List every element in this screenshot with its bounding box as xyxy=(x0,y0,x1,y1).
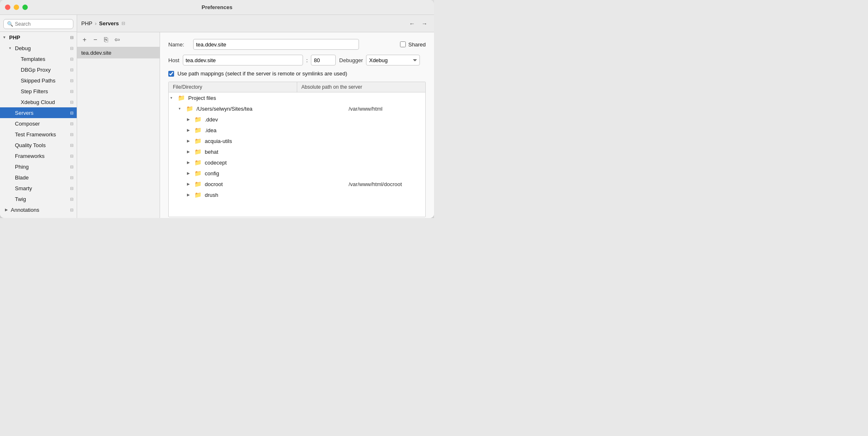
sidebar-item-dbgp-proxy[interactable]: DBGp Proxy ⊟ xyxy=(0,64,77,75)
shared-label: Shared xyxy=(408,41,426,48)
server-detail: Name: Shared Host : Debugger xyxy=(160,32,434,218)
sidebar-item-templates[interactable]: Templates ⊟ xyxy=(0,53,77,64)
name-input[interactable] xyxy=(193,39,359,50)
right-panel: PHP › Servers ⊟ ← → + − ⎘ xyxy=(77,15,434,218)
table-row: ▶ 📁 drush xyxy=(169,189,425,200)
skipped-settings-icon: ⊟ xyxy=(70,78,73,83)
table-row: ▾ 📁 Project files xyxy=(169,92,425,103)
table-row: ▶ 📁 codecept xyxy=(169,157,425,168)
acquia-chevron[interactable]: ▶ xyxy=(187,139,193,143)
behat-folder-icon: 📁 xyxy=(194,148,201,155)
sidebar-item-twig[interactable]: Twig ⊟ xyxy=(0,194,77,204)
dbgp-settings-icon: ⊟ xyxy=(70,68,73,72)
sidebar-item-servers[interactable]: Servers ⊟ xyxy=(0,107,77,118)
xdebug-settings-icon: ⊟ xyxy=(70,100,73,104)
window-title: Preferences xyxy=(201,4,232,10)
server-list-panel: + − ⎘ ⇦ tea.ddev.site xyxy=(77,32,160,218)
traffic-lights xyxy=(5,5,28,10)
tree-row-content: ▶ 📁 codecept xyxy=(170,159,424,166)
codecept-folder-icon: 📁 xyxy=(194,159,201,166)
project-files-row-indent: ▾ 📁 Project files xyxy=(170,94,216,101)
port-input[interactable] xyxy=(311,55,336,65)
table-row: ▶ 📁 docroot /var/www/html/docroot xyxy=(169,179,425,189)
tree-cell-path: ▶ 📁 docroot xyxy=(170,181,344,187)
sidebar-item-annotations[interactable]: ▶ Annotations ⊟ xyxy=(0,204,77,215)
sidebar-item-php[interactable]: ▾ PHP ⊟ xyxy=(0,32,77,43)
config-chevron[interactable]: ▶ xyxy=(187,171,193,175)
sidebar-item-blade[interactable]: Blade ⊟ xyxy=(0,172,77,183)
tree-row-content: ▾ 📁 Project files xyxy=(170,94,424,101)
table-row: ▾ 📁 /Users/selwyn/Sites/tea /var/www/htm… xyxy=(169,103,425,114)
ddev-chevron[interactable]: ▶ xyxy=(187,117,193,121)
acquia-row-indent: ▶ 📁 acquia-utils xyxy=(187,138,232,144)
docroot-row-indent: ▶ 📁 docroot xyxy=(187,181,223,187)
maximize-button[interactable] xyxy=(22,5,28,10)
project-files-chevron[interactable]: ▾ xyxy=(170,96,176,100)
close-button[interactable] xyxy=(5,5,10,10)
drush-row-indent: ▶ 📁 drush xyxy=(187,191,218,198)
docroot-chevron[interactable]: ▶ xyxy=(187,182,193,186)
sidebar-item-test-frameworks[interactable]: Test Frameworks ⊟ xyxy=(0,129,77,140)
sidebar-item-quality-tools[interactable]: Quality Tools ⊟ xyxy=(0,140,77,150)
templates-settings-icon: ⊟ xyxy=(70,57,73,61)
host-port-row: Host : Debugger Xdebug Zend Debugger xyxy=(168,55,426,65)
php-label: PHP xyxy=(9,34,20,41)
tree-row-content: ▶ 📁 behat xyxy=(170,148,424,155)
tree-container: ▾ 📁 Project files xyxy=(169,92,425,217)
annotations-label: Annotations xyxy=(11,207,39,213)
nav-forward-button[interactable]: → xyxy=(419,19,430,28)
tree-cell-path: ▾ 📁 Project files xyxy=(170,94,344,101)
remove-server-button[interactable]: − xyxy=(90,35,100,44)
add-server-button[interactable]: + xyxy=(80,35,90,44)
shared-checkbox[interactable] xyxy=(400,41,406,47)
sidebar-item-drupal-ide-helper[interactable]: Drupal IDE Helper ⊟ xyxy=(0,215,77,218)
copy-server-button[interactable]: ⎘ xyxy=(101,35,111,44)
testfw-settings-icon: ⊟ xyxy=(70,132,73,137)
shared-row: Shared xyxy=(400,41,426,48)
behat-row-indent: ▶ 📁 behat xyxy=(187,148,218,155)
search-input[interactable] xyxy=(15,21,70,27)
title-bar: Preferences xyxy=(0,0,434,15)
path-mappings-row: Use path mappings (select if the server … xyxy=(168,70,426,77)
sidebar-item-smarty[interactable]: Smarty ⊟ xyxy=(0,183,77,194)
drush-chevron[interactable]: ▶ xyxy=(187,193,193,197)
frameworks-settings-icon: ⊟ xyxy=(70,154,73,158)
acquia-folder-icon: 📁 xyxy=(194,138,201,144)
import-server-button[interactable]: ⇦ xyxy=(112,35,122,44)
debugger-label: Debugger xyxy=(339,57,363,63)
behat-chevron[interactable]: ▶ xyxy=(187,150,193,154)
php-settings-icon: ⊟ xyxy=(70,35,73,40)
sidebar-item-debug[interactable]: ▾ Debug ⊟ xyxy=(0,43,77,53)
nav-back-button[interactable]: ← xyxy=(407,19,417,28)
host-input[interactable] xyxy=(183,55,303,65)
path-mappings-checkbox[interactable] xyxy=(168,71,174,77)
search-wrap[interactable]: 🔍 xyxy=(3,19,73,29)
search-icon: 🔍 xyxy=(7,21,13,27)
minimize-button[interactable] xyxy=(14,5,19,10)
annotations-settings-icon: ⊟ xyxy=(70,208,73,212)
sidebar-item-phing[interactable]: Phing ⊟ xyxy=(0,161,77,172)
servers-section: + − ⎘ ⇦ tea.ddev.site Name: xyxy=(77,32,434,218)
sidebar-item-step-filters[interactable]: Step Filters ⊟ xyxy=(0,86,77,97)
server-list-toolbar: + − ⎘ ⇦ xyxy=(77,32,160,47)
test-frameworks-label: Test Frameworks xyxy=(15,131,56,138)
skipped-paths-label: Skipped Paths xyxy=(21,78,56,84)
sidebar-item-skipped-paths[interactable]: Skipped Paths ⊟ xyxy=(0,75,77,86)
idea-chevron[interactable]: ▶ xyxy=(187,128,193,132)
path-table: File/Directory Absolute path on the serv… xyxy=(168,82,426,217)
codecept-chevron[interactable]: ▶ xyxy=(187,160,193,165)
server-entry[interactable]: tea.ddev.site xyxy=(77,47,160,58)
debugger-select[interactable]: Xdebug Zend Debugger xyxy=(366,55,420,65)
sidebar-item-composer[interactable]: Composer ⊟ xyxy=(0,118,77,129)
tree-row-content: ▶ 📁 acquia-utils xyxy=(170,138,424,144)
path-table-header: File/Directory Absolute path on the serv… xyxy=(169,82,425,92)
sidebar-item-frameworks[interactable]: Frameworks ⊟ xyxy=(0,150,77,161)
debug-settings-icon: ⊟ xyxy=(70,46,73,51)
project-files-folder-icon: 📁 xyxy=(178,94,185,101)
config-label: config xyxy=(205,170,219,177)
sidebar-item-xdebug-cloud[interactable]: Xdebug Cloud ⊟ xyxy=(0,97,77,107)
tree-row-content: ▶ 📁 .idea xyxy=(170,127,424,133)
tea-chevron[interactable]: ▾ xyxy=(179,107,184,111)
acquia-label: acquia-utils xyxy=(205,138,232,144)
tree-cell-path: ▶ 📁 drush xyxy=(170,191,344,198)
